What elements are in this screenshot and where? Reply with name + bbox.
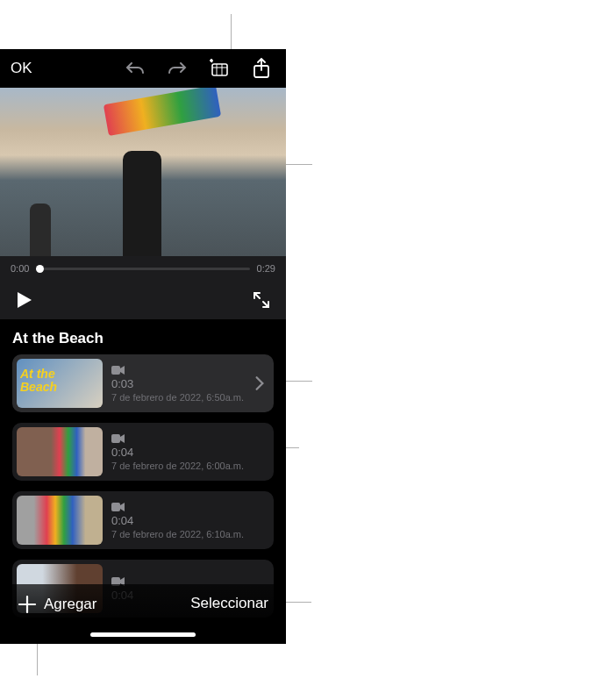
undo-icon	[125, 61, 145, 76]
clip-thumbnail	[17, 496, 103, 545]
svg-rect-0	[212, 64, 227, 75]
app-window: OK 0:00 0:29	[0, 49, 286, 644]
add-button[interactable]: Agregar	[18, 595, 96, 614]
svg-rect-4	[111, 503, 120, 511]
top-toolbar: OK	[0, 49, 286, 88]
select-button[interactable]: Seleccionar	[190, 595, 268, 612]
playback-bar: 0:00 0:29	[0, 256, 286, 281]
ok-button[interactable]: OK	[11, 60, 50, 77]
clip-thumbnail	[17, 427, 103, 476]
clip-date: 7 de febrero de 2022, 6:00a.m.	[111, 461, 265, 471]
total-time-label: 0:29	[257, 263, 275, 274]
svg-rect-3	[111, 434, 120, 443]
kite-graphic	[104, 88, 221, 136]
magic-effects-icon	[209, 59, 230, 78]
playback-controls	[0, 281, 286, 319]
video-icon	[111, 365, 125, 375]
video-icon	[111, 502, 125, 512]
clip-row[interactable]: 0:037 de febrero de 2022, 6:50a.m.	[12, 354, 274, 412]
bottom-bar: Agregar Seleccionar	[0, 584, 286, 644]
play-icon	[18, 292, 32, 308]
expand-icon	[254, 292, 269, 308]
share-button[interactable]	[251, 58, 272, 79]
clip-duration: 0:04	[111, 514, 265, 527]
clip-metadata: 0:047 de febrero de 2022, 6:10a.m.	[111, 502, 265, 539]
clip-duration: 0:03	[111, 377, 246, 390]
callout-line	[286, 164, 312, 165]
project-title: At the Beach	[0, 319, 286, 354]
scrubber-track[interactable]	[36, 268, 249, 270]
clip-thumbnail	[17, 359, 103, 408]
svg-rect-2	[111, 366, 120, 375]
clip-row[interactable]: 0:047 de febrero de 2022, 6:10a.m.	[12, 491, 274, 549]
fullscreen-button[interactable]	[249, 288, 274, 312]
person-graphic	[123, 151, 161, 256]
plus-icon	[18, 595, 37, 614]
clip-metadata: 0:047 de febrero de 2022, 6:00a.m.	[111, 433, 265, 471]
add-button-label: Agregar	[44, 596, 96, 613]
person-graphic	[30, 204, 51, 256]
effects-button[interactable]	[209, 58, 230, 79]
scrubber-handle[interactable]	[36, 265, 44, 273]
redo-icon	[168, 61, 187, 76]
clip-duration: 0:04	[111, 446, 265, 459]
undo-button[interactable]	[125, 58, 146, 79]
current-time-label: 0:00	[11, 263, 29, 274]
chevron-right-icon	[254, 375, 265, 391]
clip-row[interactable]: 0:047 de febrero de 2022, 6:00a.m.	[12, 423, 274, 481]
clip-metadata: 0:037 de febrero de 2022, 6:50a.m.	[111, 365, 246, 403]
clip-date: 7 de febrero de 2022, 6:10a.m.	[111, 529, 265, 539]
video-preview[interactable]	[0, 88, 286, 256]
redo-button[interactable]	[167, 58, 188, 79]
video-icon	[111, 433, 125, 444]
play-button[interactable]	[12, 288, 37, 312]
share-icon	[253, 58, 270, 79]
clip-date: 7 de febrero de 2022, 6:50a.m.	[111, 392, 246, 403]
home-indicator	[90, 632, 196, 637]
